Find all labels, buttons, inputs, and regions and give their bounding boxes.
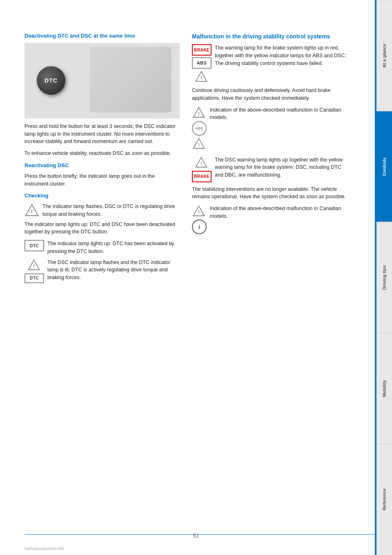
reactivating-title: Reactivating DSC bbox=[24, 162, 180, 169]
svg-text:!: ! bbox=[200, 161, 202, 166]
checking-indicator2-text: The indicator lamp lights up: DTC has be… bbox=[47, 240, 180, 255]
malfunction-body1: Continue driving cautiously and defensiv… bbox=[192, 87, 347, 102]
left-column: Deactivating DTC and DSC at the same tim… bbox=[24, 33, 180, 522]
triangle-warning-icon-5: ! bbox=[193, 137, 206, 150]
dsc-warning-row: ! BRAKE The DSC warning lamp lights up t… bbox=[192, 156, 347, 182]
svg-text:!: ! bbox=[198, 142, 200, 148]
checking-indicator3-text: The DSC indicator lamp flashes and the D… bbox=[47, 259, 180, 282]
dtc-indicator-box-1: DTC bbox=[24, 240, 44, 251]
reactivating-section: Reactivating DSC Press the button briefl… bbox=[24, 162, 180, 188]
main-content: Deactivating DTC and DSC at the same tim… bbox=[0, 0, 375, 555]
dtc-button-image: DTC bbox=[37, 66, 65, 95]
dtc-indicator-box-2: DTC bbox=[24, 273, 44, 283]
checking-body-indicator1: The indicator lamp lights up: DTC and DS… bbox=[24, 221, 180, 236]
svg-text:!: ! bbox=[198, 111, 200, 116]
checking-indicator1-text: The indicator lamp flashes: DSC or DTC i… bbox=[42, 203, 180, 218]
svg-text:!: ! bbox=[198, 210, 200, 215]
brake-indicator-box: BRAKE bbox=[192, 44, 212, 56]
page-line bbox=[24, 534, 375, 535]
svg-text:!: ! bbox=[31, 209, 33, 215]
canadian-stacked-icons-2: ! i bbox=[192, 205, 207, 234]
triangle-warning-icon-2: ! bbox=[28, 259, 41, 272]
deactivating-body2: To enhance vehicle stability, reactivate… bbox=[24, 150, 180, 157]
malfunction-title: Malfunction in the driving stability con… bbox=[192, 33, 347, 40]
sidebar-tab-mobility[interactable]: Mobility bbox=[376, 333, 392, 444]
deactivating-title: Deactivating DTC and DSC at the same tim… bbox=[24, 33, 180, 40]
canadian-stacked-icons-1: ! ABS ! bbox=[192, 106, 207, 150]
info-circle-icon-1: i bbox=[192, 219, 207, 234]
gear-background bbox=[90, 47, 172, 112]
right-column: Malfunction in the driving stability con… bbox=[192, 33, 347, 522]
sidebar-accent-line bbox=[375, 0, 376, 555]
sidebar-tab-controls[interactable]: Controls bbox=[376, 111, 392, 222]
checking-title: Checking bbox=[24, 192, 180, 199]
sidebar-tab-at-a-glance[interactable]: At a glance bbox=[376, 0, 392, 111]
brake-indicator-box-2: BRAKE bbox=[192, 171, 212, 182]
triangle-warning-icon-3: ! bbox=[195, 70, 208, 83]
svg-text:!: ! bbox=[33, 263, 35, 269]
malfunction-text1: The warning lamp for the brake system li… bbox=[215, 44, 347, 67]
abs-indicator-box: ABS bbox=[192, 57, 212, 69]
brake-abs-stacked: BRAKE ABS ! bbox=[192, 44, 212, 83]
triangle-warning-icon-6: ! bbox=[195, 156, 208, 169]
checking-indicator3-row: ! DTC The DSC indicator lamp flashes and… bbox=[24, 259, 180, 283]
triangle-warning-icon-7: ! bbox=[193, 205, 206, 218]
checking-stacked-icons: ! DTC bbox=[24, 259, 44, 283]
dsc-stacked-icons: ! BRAKE bbox=[192, 156, 212, 182]
deactivating-body1: Press and hold the button for at least 3… bbox=[24, 123, 180, 145]
checking-indicator2-row: DTC The indicator lamp lights up: DTC ha… bbox=[24, 240, 180, 255]
page-number: 51 bbox=[193, 533, 199, 539]
dtc-image: DTC bbox=[24, 43, 180, 119]
watermark: carmanualsonline.info bbox=[24, 546, 64, 551]
checking-indicator1-row: ! The indicator lamp flashes: DSC or DTC… bbox=[24, 203, 180, 218]
canadian-text1: Indication of the above-described malfun… bbox=[210, 106, 347, 122]
sidebar: At a glance Controls Driving tips Mobili… bbox=[376, 0, 392, 555]
checking-section: Checking ! The indicator lamp flashes: D… bbox=[24, 192, 180, 283]
canadian-text2: Indication of the above-described malfun… bbox=[210, 205, 347, 220]
malfunction-section: Malfunction in the driving stability con… bbox=[192, 33, 347, 150]
dsc-text1: The DSC warning lamp lights up together … bbox=[215, 156, 347, 179]
dsc-body1: The stabilizing interventions are no lon… bbox=[192, 186, 347, 201]
triangle-warning-icon-1: ! bbox=[24, 203, 39, 217]
reactivating-body: Press the button briefly; the indicator … bbox=[24, 172, 180, 188]
svg-text:!: ! bbox=[200, 75, 202, 81]
deactivating-section: Deactivating DTC and DSC at the same tim… bbox=[24, 33, 180, 157]
sidebar-tab-reference[interactable]: Reference bbox=[376, 444, 392, 555]
canadian-indicator-row1: ! ABS ! Indication of the above-describe… bbox=[192, 106, 347, 150]
triangle-warning-icon-4: ! bbox=[193, 106, 206, 119]
canadian-indicator-row2: ! i Indication of the above-described ma… bbox=[192, 205, 347, 234]
malfunction-indicator-row: BRAKE ABS ! The warning lamp for the bra… bbox=[192, 44, 347, 83]
abs-circle-icon-1: ABS bbox=[192, 121, 207, 136]
sidebar-tab-driving-tips[interactable]: Driving tips bbox=[376, 222, 392, 333]
dsc-warning-section: ! BRAKE The DSC warning lamp lights up t… bbox=[192, 156, 347, 235]
